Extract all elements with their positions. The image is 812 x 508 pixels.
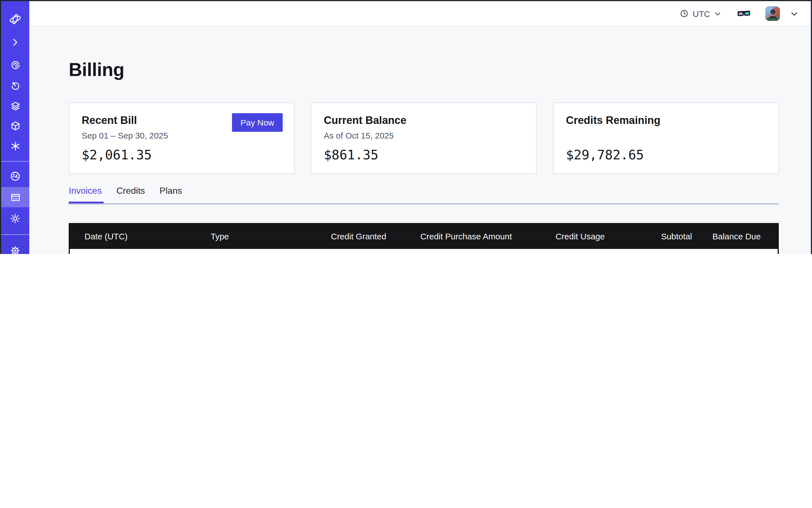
timezone-label: UTC [693,9,710,18]
recent-bill-amount: $2,061.35 [82,147,152,162]
billing-card-icon [10,192,20,203]
credits-remaining-card: Credits Remaining $29,782.65 [553,102,779,174]
timezone-selector[interactable]: UTC [680,9,721,18]
expand-sidebar-chevron-icon[interactable] [1,32,29,52]
tab-credits[interactable]: Credits [116,186,145,203]
pay-now-button[interactable]: Pay Now [232,113,283,132]
package-box-icon[interactable] [1,116,29,136]
column-header: Credit Granted [306,231,391,241]
tabs-underline [69,203,779,204]
support-helm-icon[interactable] [1,241,29,254]
sidebar-divider [1,234,29,235]
column-header: Balance Due [696,231,778,241]
current-balance-amount: $861.35 [324,147,378,162]
summary-cards: Recent Bill Sep 01 – Sep 30, 2025 $2,061… [69,102,779,174]
usage-gauge-icon[interactable] [1,166,29,186]
sidebar-divider [1,161,29,162]
topbar: UTC [29,1,811,27]
current-balance-card: Current Balance As of Oct 15, 2025 $861.… [311,102,537,174]
column-header: Credit Usage [516,231,609,241]
table-body: Sept 01 – 30, 2024 Cloud Usage Pending $… [70,249,778,254]
credits-remaining-amount: $29,782.65 [566,147,644,162]
sidebar-item-billing[interactable] [1,187,29,207]
layers-icon[interactable] [1,96,29,116]
column-header: Type [211,231,306,241]
settings-gear-icon[interactable] [1,208,29,229]
card-subtitle: As of Oct 15, 2025 [324,131,524,140]
history-clock-icon[interactable] [1,76,29,96]
avatar[interactable] [765,6,780,21]
invoices-table: Date (UTC) Type Credit Granted Credit Pu… [69,223,779,254]
sidebar: $ [1,1,29,254]
billing-tabs: Invoices Credits Plans [69,186,779,204]
recent-bill-card: Recent Bill Sep 01 – Sep 30, 2025 $2,061… [69,102,295,174]
tab-plans[interactable]: Plans [160,186,182,203]
column-header: Date (UTC) [70,231,211,241]
table-header: Date (UTC) Type Credit Granted Credit Pu… [70,224,778,249]
card-title: Credits Remaining [566,114,766,127]
column-header: Credit Purchase Amount [391,231,516,241]
app-window: $ UTC [0,0,812,254]
observe-icon[interactable] [1,55,29,75]
3d-glasses-icon[interactable] [737,8,751,18]
chevron-down-icon [714,10,721,17]
logo-icon[interactable] [1,9,29,29]
card-subtitle: Sep 01 – Sep 30, 2025 [82,131,282,140]
card-title: Current Balance [324,114,524,127]
clock-icon [680,9,689,18]
table-row: Sept 01 – 30, 2024 Cloud Usage Pending $… [70,249,778,254]
main-area: Billing Recent Bill Sep 01 – Sep 30, 202… [29,27,811,254]
account-menu-chevron-icon[interactable] [790,9,799,18]
column-header: Subtotal [609,231,696,241]
asterisk-icon[interactable] [1,136,29,156]
page-title: Billing [69,59,779,81]
tab-invoices[interactable]: Invoices [69,186,102,203]
